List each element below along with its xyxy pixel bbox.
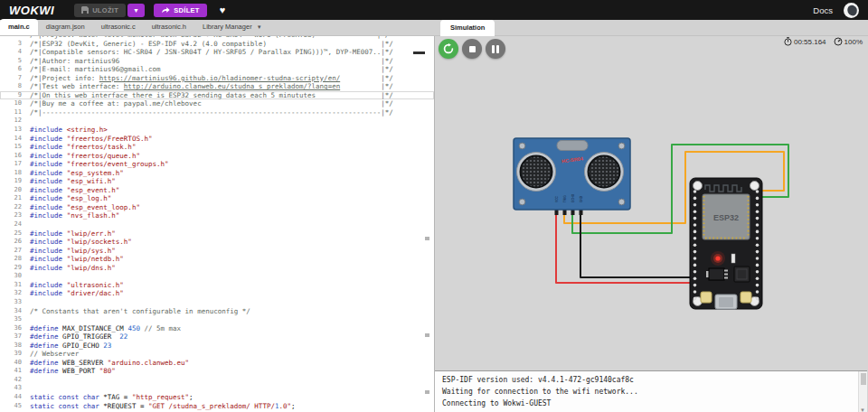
code-line[interactable]: 41#define WEB_PORT "80" [0,367,434,376]
tab-simulation[interactable]: Simulation [440,20,495,36]
line-number: 33 [0,298,22,307]
line-number: 40 [0,359,22,368]
code-line[interactable]: 27#include "lwip/sys.h" [0,247,434,256]
chevron-down-icon: ▼ [133,7,139,14]
code-line[interactable]: 9/*|On this web interface there is ESP32… [0,91,434,100]
line-number: 31 [0,281,22,290]
code-line[interactable]: 17#include "freertos/event_groups.h" [0,160,434,169]
code-line[interactable]: 26#include "lwip/sockets.h" [0,238,434,247]
console-scrollbar-thumb[interactable] [861,373,866,385]
code-line[interactable]: 18#include "esp_system.h" [0,169,434,178]
heart-icon[interactable]: ♥ [220,5,226,15]
code-line[interactable]: 44static const char *TAG = "http_request… [0,393,434,402]
sim-speed: 100% [834,37,863,46]
code-line[interactable]: 8/*|Test web interface: http://arduino.c… [0,82,434,91]
code-line[interactable]: 24 [0,220,434,229]
pause-simulation-button[interactable] [486,39,505,59]
tab-main.c[interactable]: main.c [0,19,38,35]
code-line[interactable]: 11/*|-----------------------------------… [0,108,434,117]
share-button[interactable]: SDÍLET [154,4,206,17]
code-line[interactable]: 36#define MAX_DISTANCE_CM 450 // 5m max [0,324,434,333]
line-number: 16 [0,152,22,161]
docs-link[interactable]: Docs [813,5,833,15]
line-number: 29 [0,264,22,273]
esp32-board[interactable]: ESP32 [690,178,762,309]
code-line[interactable]: 20#include "esp_event.h" [0,186,434,195]
save-dropdown-button[interactable]: ▼ [127,4,145,17]
micro-usb-port [715,295,737,309]
boot-button[interactable] [741,292,751,303]
code-line[interactable]: 30 [0,272,434,281]
console-scrollbar[interactable]: ▼ [858,371,867,412]
en-button[interactable] [701,292,712,303]
code-line[interactable]: 38#define GPIO_ECHO 23 [0,342,434,351]
smd-component [731,254,735,263]
code-line[interactable]: 31#include "ultrasonic.h" [0,281,434,290]
code-line[interactable]: 6/*|E-mail: martinius96@gmail.com |*/ [0,65,434,74]
code-line[interactable]: 25#include "lwip/err.h" [0,229,434,239]
tab-ultrasonic.c[interactable]: ultrasonic.c [93,19,144,35]
tab-diagram.json[interactable]: diagram.json [38,19,93,35]
line-number: 26 [0,238,22,247]
code-line[interactable]: 43 [0,384,434,393]
transducer-left [517,153,556,192]
code-line[interactable]: 40#define WEB_SERVER "arduino.clanweb.eu… [0,359,434,368]
line-number: 27 [0,247,22,256]
code-line[interactable]: 33 [0,298,434,307]
serial-console[interactable]: ESP-IDF version used: v4.4.1-472-gc9140c… [435,370,867,412]
restart-simulation-button[interactable] [439,39,458,59]
code-line[interactable]: 45static const char *REQUEST = "GET /stu… [0,402,434,411]
code-line[interactable]: 32#include "driver/dac.h" [0,289,434,298]
code-line[interactable]: 3/*|ESP32 (DevKit, Generic) - ESP-IDF v4… [0,40,434,49]
code-line[interactable]: 13#include <string.h> [0,126,434,135]
line-number: 15 [0,143,22,152]
restart-icon [443,43,454,54]
overview-ruler-cursor [413,52,425,54]
simulation-panel: 00:55.164 100% [435,36,867,412]
code-line[interactable]: 14#include "freertos/FreeRTOS.h" [0,135,434,144]
code-line[interactable]: 4/*|Compatible sensors: HC-SR04 / JSN-SR… [0,48,434,57]
line-number: 41 [0,367,22,376]
sensor-pin-label-TRIG: TRIG [563,195,567,202]
stop-simulation-button[interactable] [462,39,482,59]
code-line[interactable]: 12 [0,117,434,126]
wokwi-logo: WOKWI [9,4,54,17]
code-line[interactable]: 15#include "freertos/task.h" [0,143,434,152]
usb-uart-chip [734,267,750,282]
hc-sr04-sensor[interactable]: HC-SR04 VCCTRIGECHOGND [514,138,630,215]
library-manager-tab[interactable]: Library Manager▼ [194,19,270,35]
code-line[interactable]: 5/*|Author: martinius96 |*/ [0,57,434,66]
code-line[interactable]: 16#include "freertos/queue.h" [0,152,434,161]
line-number: 19 [0,177,22,186]
scroll-down-icon[interactable]: ▼ [860,407,865,412]
code-line[interactable]: 28#include "lwip/netdb.h" [0,255,434,264]
code-line[interactable]: 35 [0,315,434,324]
line-number: 42 [0,376,22,385]
code-line[interactable]: 23#include "nvs_flash.h" [0,211,434,220]
tab-ultrasonic.h[interactable]: ultrasonic.h [144,19,194,35]
code-line[interactable]: 19#include "esp_wifi.h" [0,177,434,186]
line-number: 7 [0,74,22,83]
code-editor[interactable]: 2/*|Project: Water level monitor with ES… [0,36,435,412]
code-line[interactable]: 21#include "esp_log.h" [0,194,434,203]
code-line[interactable]: 34/* Constants that aren't configurable … [0,307,434,316]
stop-icon [469,46,476,52]
topbar: WOKWI ULOŽIT ▼ SDÍLET ♥ Docs [0,0,868,20]
line-number: 23 [0,211,22,220]
user-avatar[interactable] [844,3,859,18]
tab-strip: main.cdiagram.jsonultrasonic.cultrasonic… [0,20,868,36]
code-line[interactable]: 37#define GPIO_TRIGGER 22 [0,332,434,342]
code-line[interactable]: 22#include "esp_event_loop.h" [0,203,434,212]
line-number: 32 [0,289,22,298]
save-button[interactable]: ULOŽIT [74,4,126,17]
simulation-controls [439,39,505,59]
code-line[interactable]: 29#include "lwip/dns.h" [0,264,434,273]
code-line[interactable]: 10/*|Buy me a coffee at: paypal.me/chleb… [0,99,434,108]
code-line[interactable]: 7/*|Project info: https://martinius96.gi… [0,74,434,83]
circuit-canvas[interactable]: HC-SR04 VCCTRIGECHOGND ESP32 [435,36,867,370]
sensor-pin-label-ECHO: ECHO [571,193,575,202]
code-line[interactable]: 42 [0,376,434,385]
code-line[interactable]: 39// Webserver [0,350,434,359]
file-tab-bar: main.cdiagram.jsonultrasonic.cultrasonic… [0,19,194,35]
console-line: ESP-IDF version used: v4.4.1-472-gc9140c… [442,374,854,386]
